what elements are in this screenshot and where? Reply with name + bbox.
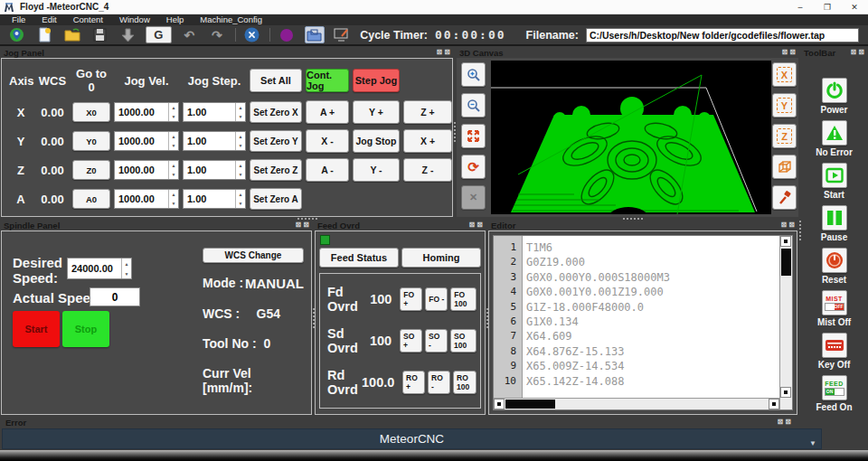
goto-zero-y-button[interactable]: Y0 bbox=[72, 131, 110, 151]
menu-window[interactable]: Window bbox=[111, 14, 158, 25]
jog-pad-stop[interactable]: Jog Stop bbox=[353, 129, 400, 153]
gcode-editor-area[interactable]: T1M6 G0Z19.000 G0X0.000Y0.000S18000M3 G0… bbox=[523, 236, 779, 409]
save-icon[interactable] bbox=[90, 26, 110, 43]
dock-close-icon[interactable]: ⊠ bbox=[788, 221, 795, 230]
feed-toggle-button[interactable]: FEED ON bbox=[822, 375, 847, 400]
scroll-right-arrow[interactable] bbox=[769, 399, 779, 409]
feed-status-button[interactable]: Feed Status bbox=[319, 248, 399, 268]
zoom-in-icon[interactable] bbox=[461, 62, 486, 87]
vscroll-thumb[interactable] bbox=[781, 249, 791, 276]
restore-button[interactable]: ❐ bbox=[814, 0, 841, 14]
clear-paint-icon[interactable] bbox=[772, 185, 797, 210]
ro-100-button[interactable]: RO 100 bbox=[453, 371, 476, 394]
filename-input[interactable] bbox=[586, 28, 859, 42]
view-axis-y-icon[interactable]: Y bbox=[772, 93, 797, 118]
editor-vertical-scrollbar[interactable] bbox=[779, 236, 792, 409]
dock-float-icon[interactable]: ⊠ bbox=[778, 418, 784, 427]
clear-view-icon[interactable]: ✕ bbox=[461, 185, 486, 210]
spinner-arrows[interactable]: ▲▼ bbox=[235, 190, 245, 208]
undo-icon[interactable]: ↶ bbox=[180, 26, 200, 43]
jog-pad-x-plus[interactable]: X + bbox=[403, 129, 452, 153]
spindle-start-button[interactable]: Start bbox=[13, 311, 60, 347]
so-plus-button[interactable]: SO + bbox=[400, 329, 422, 353]
import-icon[interactable] bbox=[118, 26, 137, 43]
scroll-up-arrow[interactable] bbox=[780, 236, 791, 247]
step-jog-button[interactable]: Step Jog bbox=[353, 69, 400, 92]
editor-horizontal-scrollbar[interactable] bbox=[494, 398, 779, 409]
jog-step-z-field[interactable]: ▲▼ bbox=[183, 160, 246, 180]
cont-jog-button[interactable]: Cont. Jog bbox=[306, 69, 349, 92]
spindle-stop-button[interactable]: Stop bbox=[62, 311, 109, 347]
redo-icon[interactable]: ↷ bbox=[207, 26, 227, 43]
jog-pad-y-plus[interactable]: Y + bbox=[353, 100, 400, 124]
jog-step-y-field[interactable]: ▲▼ bbox=[183, 131, 246, 151]
jog-vel-a-field[interactable]: ▲▼ bbox=[114, 189, 179, 209]
desired-speed-field[interactable]: ▲▼ bbox=[67, 258, 132, 279]
display-icon[interactable] bbox=[333, 26, 353, 43]
set-zero-y-button[interactable]: Set Zero Y bbox=[250, 130, 302, 152]
dock-close-icon[interactable]: ⊠ bbox=[858, 48, 864, 57]
dock-float-icon[interactable]: ⊠ bbox=[782, 48, 788, 57]
dock-float-icon[interactable]: ⊠ bbox=[469, 221, 476, 230]
spinner-arrows[interactable]: ▲▼ bbox=[168, 190, 178, 208]
goto-zero-z-button[interactable]: Z0 bbox=[72, 160, 110, 180]
spinner-arrows[interactable]: ▲▼ bbox=[168, 161, 178, 179]
jog-pad-a-minus[interactable]: A - bbox=[306, 158, 349, 182]
dock-close-icon[interactable]: ⊠ bbox=[444, 48, 450, 57]
error-status-button[interactable] bbox=[822, 120, 847, 146]
jog-pad-x-minus[interactable]: X - bbox=[306, 129, 349, 153]
dock-float-icon[interactable]: ⊠ bbox=[437, 48, 443, 57]
wcs-change-button[interactable]: WCS Change bbox=[203, 248, 304, 263]
splitter-handle[interactable] bbox=[289, 216, 326, 221]
jog-step-a-field[interactable]: ▲▼ bbox=[183, 189, 246, 209]
minimize-button[interactable]: – bbox=[787, 0, 814, 14]
view-axis-z-icon[interactable]: Z bbox=[772, 124, 797, 148]
goto-zero-x-button[interactable]: X0 bbox=[72, 102, 110, 122]
dock-float-icon[interactable]: ⊠ bbox=[296, 221, 302, 230]
jog-pad-z-minus[interactable]: Z - bbox=[403, 158, 452, 182]
splitter-handle[interactable] bbox=[615, 216, 651, 221]
set-zero-z-button[interactable]: Set Zero Z bbox=[250, 159, 302, 181]
dock-close-icon[interactable]: ⊠ bbox=[789, 48, 796, 57]
ro-plus-button[interactable]: RO + bbox=[402, 371, 425, 394]
splitter-handle[interactable] bbox=[452, 47, 457, 217]
new-file-icon[interactable] bbox=[35, 26, 55, 43]
menu-help[interactable]: Help bbox=[158, 14, 193, 25]
spinner-arrows[interactable]: ▲▼ bbox=[168, 103, 178, 121]
fo-minus-button[interactable]: FO - bbox=[425, 287, 448, 311]
close-button[interactable]: ✕ bbox=[841, 0, 868, 14]
dock-close-icon[interactable]: ⊠ bbox=[785, 418, 791, 427]
spinner-arrows[interactable]: ▲▼ bbox=[235, 132, 245, 150]
scroll-down-arrow[interactable] bbox=[780, 387, 791, 398]
machine-setup-icon[interactable] bbox=[7, 26, 27, 43]
reset-button[interactable] bbox=[822, 248, 847, 273]
view-axis-x-icon[interactable]: X bbox=[772, 62, 797, 87]
gcode-3d-viewport[interactable] bbox=[491, 61, 771, 214]
mist-toggle-button[interactable]: MIST OFF bbox=[822, 290, 847, 315]
jog-vel-y-field[interactable]: ▲▼ bbox=[114, 131, 179, 151]
power-button[interactable] bbox=[822, 78, 847, 103]
start-button[interactable] bbox=[822, 163, 847, 188]
rotate-view-icon[interactable]: ⟳ bbox=[461, 155, 486, 179]
dock-close-icon[interactable]: ⊠ bbox=[476, 221, 483, 230]
dock-float-icon[interactable]: ⊠ bbox=[781, 221, 788, 230]
hscroll-thumb[interactable] bbox=[505, 400, 555, 409]
menu-content[interactable]: Content bbox=[65, 14, 111, 25]
fit-view-icon[interactable] bbox=[461, 124, 486, 148]
gcode-view-button[interactable]: G bbox=[146, 26, 172, 43]
pause-button[interactable] bbox=[822, 205, 847, 230]
menu-file[interactable]: File bbox=[4, 14, 33, 25]
splitter-handle[interactable] bbox=[797, 47, 802, 414]
menu-machine-config[interactable]: Machine_Config bbox=[192, 14, 270, 25]
keyboard-toggle-button[interactable] bbox=[822, 333, 847, 358]
jog-pad-y-minus[interactable]: Y - bbox=[353, 158, 400, 182]
workspace-icon[interactable] bbox=[305, 26, 325, 43]
spinner-arrows[interactable]: ▲▼ bbox=[235, 103, 245, 121]
fo-100-button[interactable]: FO 100 bbox=[450, 287, 476, 311]
homing-button[interactable]: Homing bbox=[401, 248, 481, 268]
splitter-handle[interactable] bbox=[311, 220, 316, 416]
record-icon[interactable] bbox=[277, 26, 297, 43]
spinner-arrows[interactable]: ▲▼ bbox=[121, 259, 131, 278]
view-iso-cube-icon[interactable] bbox=[772, 155, 797, 179]
zoom-out-icon[interactable] bbox=[461, 93, 486, 118]
